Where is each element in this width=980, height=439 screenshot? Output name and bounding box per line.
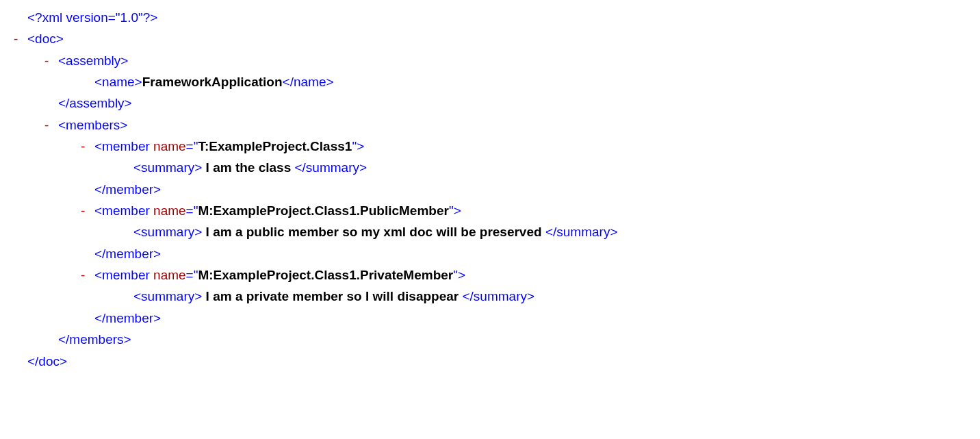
members-open-line: - <members> [0, 114, 980, 136]
collapse-toggle[interactable]: - [44, 114, 49, 136]
attr-eq: = [186, 268, 194, 282]
name-close: </name> [283, 75, 334, 89]
attr-name: name [153, 203, 186, 218]
summary-text: I am a private member so I will disappea… [206, 289, 459, 303]
member-open-line: - <member name="M:ExampleProject.Class1.… [0, 264, 980, 286]
attr-eq: = [186, 139, 194, 153]
attr-name: name [153, 139, 186, 153]
member-name-value: M:ExampleProject.Class1.PrivateMember [198, 268, 453, 282]
summary-text: I am the class [206, 160, 292, 175]
tag-end: > [357, 139, 364, 153]
doc-open: <doc> [27, 32, 64, 46]
assembly-close-line: </assembly> [0, 92, 980, 114]
member-tag-open: <member [94, 139, 153, 153]
xml-decl-text: <?xml version="1.0"?> [27, 10, 157, 25]
tag-end: > [454, 203, 461, 218]
member-name-value: T:ExampleProject.Class1 [198, 139, 352, 153]
doc-open-line: - <doc> [0, 28, 980, 49]
member-close-line: </member> [0, 243, 980, 264]
summary-open: <summary> [133, 225, 202, 239]
summary-line: <summary> I am the class </summary> [0, 157, 980, 178]
summary-close: </summary> [462, 289, 534, 303]
summary-text: I am a public member so my xml doc will … [206, 225, 542, 239]
summary-open: <summary> [133, 160, 202, 175]
member-name-value: M:ExampleProject.Class1.PublicMember [198, 203, 448, 218]
name-line: <name>FrameworkApplication</name> [0, 71, 980, 92]
name-open: <name> [94, 75, 142, 89]
collapse-toggle[interactable]: - [81, 136, 85, 157]
attr-quote: " [449, 203, 454, 218]
member-tag-open: <member [94, 203, 153, 218]
collapse-toggle[interactable]: - [81, 264, 85, 286]
member-tag-open: <member [94, 268, 153, 282]
member-close-line: </member> [0, 308, 980, 329]
collapse-toggle[interactable]: - [81, 200, 85, 221]
members-close-line: </members> [0, 329, 980, 350]
assembly-open: <assembly> [58, 53, 128, 68]
assembly-open-line: - <assembly> [0, 50, 980, 71]
member-close-line: </member> [0, 179, 980, 200]
collapse-toggle[interactable]: - [44, 50, 49, 71]
doc-close-line: </doc> [0, 351, 980, 372]
summary-close: </summary> [295, 160, 368, 175]
tag-end: > [458, 268, 465, 282]
summary-line: <summary> I am a private member so I wil… [0, 286, 980, 307]
assembly-close: </assembly> [58, 96, 132, 110]
member-close: </member> [94, 247, 161, 261]
members-close: </members> [58, 332, 131, 347]
member-close: </member> [94, 182, 161, 197]
summary-line: <summary> I am a public member so my xml… [0, 221, 980, 242]
xml-declaration: <?xml version="1.0"?> [0, 7, 980, 28]
summary-close: </summary> [545, 225, 618, 239]
member-open-line: - <member name="T:ExampleProject.Class1"… [0, 136, 980, 157]
attr-quote: " [453, 268, 458, 282]
attr-eq: = [186, 203, 194, 218]
collapse-toggle[interactable]: - [14, 28, 18, 49]
doc-close: </doc> [27, 354, 67, 368]
attr-name: name [153, 268, 186, 282]
assembly-name-value: FrameworkApplication [142, 75, 283, 89]
member-open-line: - <member name="M:ExampleProject.Class1.… [0, 200, 980, 221]
member-close: </member> [94, 311, 161, 325]
members-open: <members> [58, 118, 127, 132]
summary-open: <summary> [133, 289, 202, 303]
